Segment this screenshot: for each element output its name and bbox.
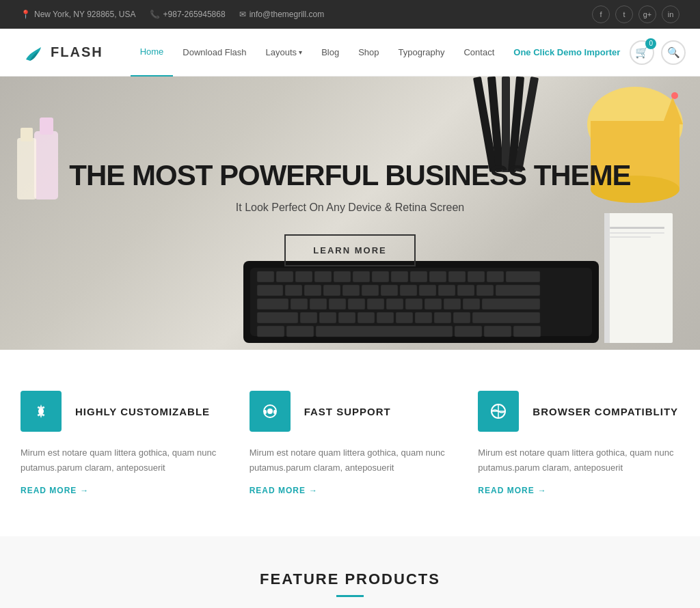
feature-products-section: FEATURE PRODUCTS Collaboratively adminis…	[0, 536, 700, 608]
hero-content: THE MOST POWERFUL BUSINESS THEME It Look…	[42, 160, 658, 266]
nav-shop[interactable]: Shop	[349, 29, 388, 77]
svg-rect-44	[291, 299, 308, 309]
phone-icon: 📞	[150, 10, 160, 19]
headset-icon	[260, 402, 280, 421]
location-info: 📍 New York, NY 928865, USA	[21, 10, 136, 19]
feature-title-1: FAST SUPPORT	[304, 406, 391, 417]
svg-rect-31	[285, 285, 302, 296]
logo-text: FLASH	[51, 44, 103, 60]
svg-rect-11	[40, 118, 53, 135]
read-more-2[interactable]: READ MORE →	[478, 486, 679, 495]
top-bar: 📍 New York, NY 928865, USA 📞 +987-265945…	[0, 0, 700, 29]
svg-rect-63	[434, 312, 451, 323]
svg-rect-52	[444, 299, 461, 309]
nav-download-flash[interactable]: Download Flash	[173, 29, 256, 77]
svg-rect-25	[429, 271, 446, 282]
svg-rect-65	[472, 312, 540, 323]
linkedin-icon[interactable]: in	[662, 5, 679, 23]
svg-rect-46	[329, 299, 346, 309]
svg-point-79	[267, 409, 273, 414]
svg-rect-62	[415, 312, 432, 323]
browser-icon	[489, 402, 508, 421]
svg-rect-59	[358, 312, 375, 323]
svg-rect-58	[338, 312, 355, 323]
svg-rect-80	[264, 410, 267, 414]
svg-rect-20	[334, 271, 351, 282]
site-logo[interactable]: FLASH	[21, 40, 103, 65]
nav-contact[interactable]: Contact	[454, 29, 504, 77]
feature-title-0: HIGHLY CUSTOMIZABLE	[75, 406, 210, 417]
svg-rect-17	[276, 271, 293, 282]
feature-icon-1	[250, 391, 291, 432]
location-icon: 📍	[21, 10, 31, 19]
search-button[interactable]: 🔍	[661, 40, 686, 65]
googleplus-icon[interactable]: g+	[638, 5, 656, 23]
svg-rect-49	[386, 299, 403, 309]
svg-rect-38	[419, 285, 436, 296]
svg-rect-66	[257, 326, 284, 337]
nav-layouts[interactable]: Layouts ▾	[256, 29, 312, 77]
read-more-1[interactable]: READ MORE →	[250, 486, 451, 495]
nav-blog[interactable]: Blog	[312, 29, 349, 77]
svg-rect-51	[425, 299, 442, 309]
feature-header-1: FAST SUPPORT	[250, 391, 451, 432]
feature-item-0: HIGHLY CUSTOMIZABLE Mirum est notare qua…	[21, 391, 222, 495]
svg-rect-40	[457, 285, 474, 296]
arrow-icon-2: →	[538, 486, 547, 495]
svg-rect-43	[257, 299, 288, 309]
nav-demo-importer[interactable]: One Click Demo Importer	[504, 29, 630, 77]
feature-icon-0	[21, 391, 62, 432]
hero-subtitle: It Look Perfect On Any Device & Retina S…	[69, 202, 630, 214]
gear-icon	[31, 402, 51, 421]
svg-rect-36	[381, 285, 398, 296]
features-section: HIGHLY CUSTOMIZABLE Mirum est notare qua…	[0, 350, 700, 536]
nav-home[interactable]: Home	[131, 29, 174, 77]
hero-title: THE MOST POWERFUL BUSINESS THEME	[69, 160, 630, 191]
facebook-icon[interactable]: f	[592, 5, 610, 23]
svg-rect-18	[295, 271, 312, 282]
email-icon: ✉	[239, 10, 246, 19]
svg-rect-45	[310, 299, 327, 309]
keyboard-svg	[243, 261, 599, 350]
svg-rect-30	[257, 285, 283, 296]
svg-rect-81	[273, 410, 276, 414]
svg-rect-70	[484, 326, 511, 337]
svg-rect-53	[463, 299, 480, 309]
svg-rect-47	[348, 299, 365, 309]
svg-rect-27	[468, 271, 485, 282]
svg-rect-61	[396, 312, 413, 323]
svg-rect-69	[455, 326, 482, 337]
svg-rect-12	[17, 138, 36, 199]
section-divider	[336, 595, 364, 597]
svg-rect-32	[304, 285, 321, 296]
nav-typography[interactable]: Typography	[389, 29, 455, 77]
svg-rect-68	[316, 326, 453, 337]
social-links: f t g+ in	[592, 5, 679, 23]
nav-right: 🛒 0 🔍	[630, 40, 686, 65]
read-more-0[interactable]: READ MORE →	[21, 486, 222, 495]
nav-links: Home Download Flash Layouts ▾ Blog Shop …	[131, 29, 630, 77]
feature-text-1: Mirum est notare quam littera gothica, q…	[250, 445, 451, 475]
feature-text-2: Mirum est notare quam littera gothica, q…	[478, 445, 679, 475]
svg-rect-71	[513, 326, 541, 337]
feature-header-0: HIGHLY CUSTOMIZABLE	[21, 391, 222, 432]
svg-rect-37	[400, 285, 417, 296]
svg-rect-23	[391, 271, 408, 282]
feature-icon-2	[478, 391, 519, 432]
feature-item-2: BROWSER COMPATIBLITY Mirum est notare qu…	[478, 391, 679, 495]
hero-cta-button[interactable]: LEARN MORE	[284, 234, 415, 266]
layouts-chevron: ▾	[299, 49, 302, 56]
logo-bird-icon	[21, 40, 45, 65]
svg-rect-28	[487, 271, 504, 282]
svg-rect-64	[453, 312, 470, 323]
svg-rect-67	[286, 326, 314, 337]
svg-rect-39	[438, 285, 455, 296]
feature-item-1: FAST SUPPORT Mirum est notare quam litte…	[250, 391, 451, 495]
cart-button[interactable]: 🛒 0	[630, 40, 654, 65]
email-info: ✉ info@themegrill.com	[239, 10, 325, 19]
twitter-icon[interactable]: t	[615, 5, 633, 23]
svg-rect-41	[476, 285, 494, 296]
svg-rect-34	[342, 285, 360, 296]
cart-badge: 0	[645, 38, 656, 49]
svg-rect-48	[367, 299, 384, 309]
